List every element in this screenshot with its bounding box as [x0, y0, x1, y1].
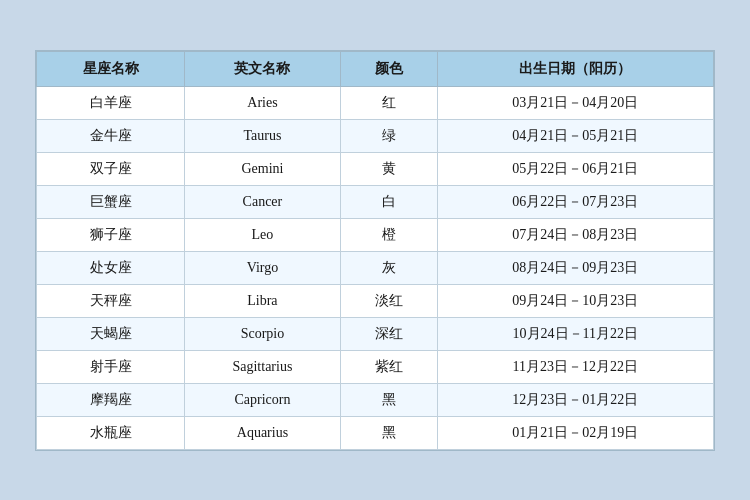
table-row: 天秤座Libra淡红09月24日－10月23日 [37, 284, 714, 317]
cell-r4-c2: 橙 [340, 218, 437, 251]
cell-r2-c3: 05月22日－06月21日 [437, 152, 713, 185]
cell-r5-c2: 灰 [340, 251, 437, 284]
cell-r4-c0: 狮子座 [37, 218, 185, 251]
cell-r8-c2: 紫红 [340, 350, 437, 383]
cell-r9-c0: 摩羯座 [37, 383, 185, 416]
table-row: 摩羯座Capricorn黑12月23日－01月22日 [37, 383, 714, 416]
cell-r8-c3: 11月23日－12月22日 [437, 350, 713, 383]
cell-r0-c1: Aries [185, 86, 340, 119]
cell-r2-c0: 双子座 [37, 152, 185, 185]
cell-r4-c1: Leo [185, 218, 340, 251]
col-header-english-name: 英文名称 [185, 51, 340, 86]
cell-r9-c1: Capricorn [185, 383, 340, 416]
zodiac-table: 星座名称 英文名称 颜色 出生日期（阳历） 白羊座Aries红03月21日－04… [36, 51, 714, 450]
cell-r2-c2: 黄 [340, 152, 437, 185]
col-header-color: 颜色 [340, 51, 437, 86]
zodiac-table-container: 星座名称 英文名称 颜色 出生日期（阳历） 白羊座Aries红03月21日－04… [35, 50, 715, 451]
cell-r2-c1: Gemini [185, 152, 340, 185]
cell-r1-c0: 金牛座 [37, 119, 185, 152]
table-row: 水瓶座Aquarius黑01月21日－02月19日 [37, 416, 714, 449]
cell-r4-c3: 07月24日－08月23日 [437, 218, 713, 251]
cell-r7-c3: 10月24日－11月22日 [437, 317, 713, 350]
cell-r7-c1: Scorpio [185, 317, 340, 350]
cell-r9-c3: 12月23日－01月22日 [437, 383, 713, 416]
cell-r5-c1: Virgo [185, 251, 340, 284]
cell-r8-c0: 射手座 [37, 350, 185, 383]
col-header-chinese-name: 星座名称 [37, 51, 185, 86]
cell-r10-c1: Aquarius [185, 416, 340, 449]
table-row: 处女座Virgo灰08月24日－09月23日 [37, 251, 714, 284]
cell-r1-c3: 04月21日－05月21日 [437, 119, 713, 152]
cell-r6-c2: 淡红 [340, 284, 437, 317]
cell-r1-c1: Taurus [185, 119, 340, 152]
cell-r10-c3: 01月21日－02月19日 [437, 416, 713, 449]
table-row: 射手座Sagittarius紫红11月23日－12月22日 [37, 350, 714, 383]
cell-r3-c2: 白 [340, 185, 437, 218]
table-row: 双子座Gemini黄05月22日－06月21日 [37, 152, 714, 185]
cell-r6-c3: 09月24日－10月23日 [437, 284, 713, 317]
cell-r0-c2: 红 [340, 86, 437, 119]
cell-r7-c2: 深红 [340, 317, 437, 350]
col-header-birthdate: 出生日期（阳历） [437, 51, 713, 86]
cell-r8-c1: Sagittarius [185, 350, 340, 383]
cell-r3-c1: Cancer [185, 185, 340, 218]
cell-r6-c1: Libra [185, 284, 340, 317]
table-row: 狮子座Leo橙07月24日－08月23日 [37, 218, 714, 251]
cell-r5-c0: 处女座 [37, 251, 185, 284]
cell-r1-c2: 绿 [340, 119, 437, 152]
table-row: 天蝎座Scorpio深红10月24日－11月22日 [37, 317, 714, 350]
cell-r6-c0: 天秤座 [37, 284, 185, 317]
cell-r3-c0: 巨蟹座 [37, 185, 185, 218]
table-row: 金牛座Taurus绿04月21日－05月21日 [37, 119, 714, 152]
cell-r7-c0: 天蝎座 [37, 317, 185, 350]
table-header-row: 星座名称 英文名称 颜色 出生日期（阳历） [37, 51, 714, 86]
cell-r0-c0: 白羊座 [37, 86, 185, 119]
table-row: 白羊座Aries红03月21日－04月20日 [37, 86, 714, 119]
cell-r10-c0: 水瓶座 [37, 416, 185, 449]
cell-r3-c3: 06月22日－07月23日 [437, 185, 713, 218]
cell-r9-c2: 黑 [340, 383, 437, 416]
cell-r0-c3: 03月21日－04月20日 [437, 86, 713, 119]
cell-r10-c2: 黑 [340, 416, 437, 449]
cell-r5-c3: 08月24日－09月23日 [437, 251, 713, 284]
table-row: 巨蟹座Cancer白06月22日－07月23日 [37, 185, 714, 218]
